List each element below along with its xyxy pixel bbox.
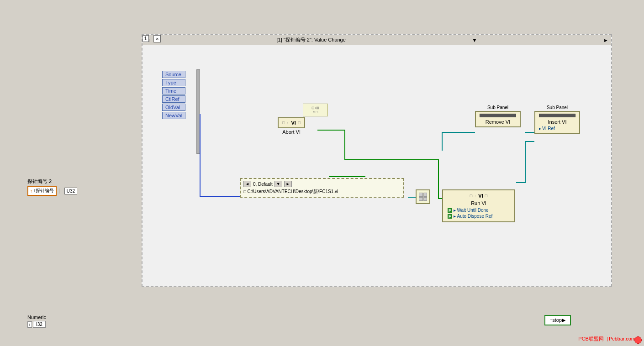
vi-ref-label: VI Ref bbox=[542, 126, 555, 131]
diagram-area bbox=[142, 34, 612, 287]
probe-label: 探针编号 2 bbox=[27, 178, 77, 185]
case-structure-left bbox=[196, 69, 200, 154]
remove-vi-label: Remove VI bbox=[480, 119, 516, 125]
sub-panel-insert-container: Sub Panel Insert VI ▸ VI Ref bbox=[534, 105, 580, 134]
abort-vi-label: VI bbox=[291, 120, 296, 126]
source-label: Source bbox=[162, 71, 185, 78]
corner-number: 1 bbox=[143, 35, 149, 42]
auto-dispose: Auto Dispose Ref bbox=[457, 214, 493, 219]
newval-label: NewVal bbox=[162, 112, 185, 119]
wait-until-done: Wait Until Done bbox=[457, 208, 489, 213]
f-badge-2: F bbox=[448, 214, 452, 219]
insert-vi-label: Insert VI bbox=[539, 119, 575, 125]
open-vi-block: ◄ 0, Default ▼ ► □ C:\Users\ADVANTECH\De… bbox=[240, 178, 404, 198]
small-square-icon bbox=[416, 189, 430, 204]
run-vi-label: Run VI bbox=[448, 200, 510, 206]
event-icon: ✕ bbox=[153, 35, 161, 42]
file-icon: ⊞/⊞ c □ bbox=[303, 104, 328, 116]
sub-panel-title-2: Sub Panel bbox=[534, 105, 580, 110]
probe-value: U32 bbox=[64, 188, 77, 194]
stop-button[interactable]: ↑stop▶ bbox=[544, 315, 571, 325]
vi-label: VI bbox=[478, 193, 483, 199]
ctlref-label: CtlRef bbox=[162, 95, 185, 103]
case-labels-container: Source Type Time CtlRef OldVal NewVal bbox=[162, 71, 185, 119]
sub-panel-remove-container: Sub Panel Remove VI bbox=[475, 105, 521, 127]
watermark: PCB联盟网（Pcbbar.com） bbox=[578, 336, 640, 342]
run-vi-block: □→ VI □ Run VI F ▸ Wait Until Done F ▸ A… bbox=[442, 189, 515, 222]
abort-vi-node: □→ VI □ bbox=[278, 117, 305, 128]
open-vi-path: C:\Users\ADVANTECH\Desktop\新\FC1S1.vi bbox=[247, 189, 338, 195]
abort-vi-text: Abort VI bbox=[278, 129, 305, 135]
probe-control: 探针编号 2 ↑ ↑探针编号 ├─ U32 bbox=[27, 178, 77, 196]
numeric-label: Numeric bbox=[27, 315, 46, 320]
diagram-header: ◄ [1] "探针编号 2": Value Change ▼ ► bbox=[143, 35, 611, 45]
event-label: [1] "探针编号 2": Value Change bbox=[277, 37, 346, 43]
numeric-value: I32 bbox=[33, 321, 46, 328]
open-vi-dropdown: 0, Default bbox=[253, 182, 273, 187]
f-badge-1: F bbox=[448, 208, 452, 213]
type-label: Type bbox=[162, 79, 185, 86]
red-indicator bbox=[634, 336, 642, 344]
abort-vi-block: ⊞/⊞ c □ □→ VI □ Abort VI bbox=[278, 117, 305, 135]
probe-input-label: ↑探针编号 bbox=[33, 188, 54, 194]
remove-vi-block: Remove VI bbox=[475, 111, 521, 127]
probe-arrow-icon: ↑ bbox=[30, 189, 32, 194]
wire-junction bbox=[329, 127, 365, 177]
time-label: Time bbox=[162, 87, 185, 94]
stop-label: ↑stop▶ bbox=[550, 317, 565, 323]
i-badge: i bbox=[27, 321, 32, 328]
insert-vi-block: Insert VI ▸ VI Ref bbox=[534, 111, 580, 134]
sub-panel-title-1: Sub Panel bbox=[475, 105, 521, 110]
numeric-control: Numeric i I32 bbox=[27, 315, 46, 328]
probe-input[interactable]: ↑ ↑探针编号 bbox=[27, 186, 57, 196]
oldval-label: OldVal bbox=[162, 104, 185, 111]
